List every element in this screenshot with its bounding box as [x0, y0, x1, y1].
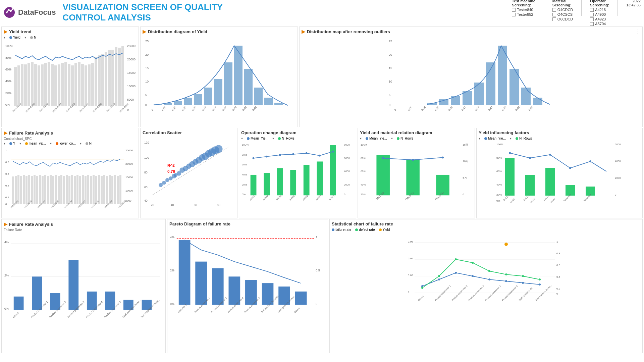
- svg-rect-270: [525, 175, 535, 196]
- svg-rect-19: [21, 64, 23, 106]
- svg-text:5000: 5000: [127, 98, 134, 101]
- svg-rect-46: [111, 50, 114, 106]
- svg-text:2000: 2000: [615, 176, 621, 179]
- yield-material-chart: Yield and material relation diagram ▾ Me…: [358, 128, 475, 218]
- svg-text:2000: 2000: [344, 183, 350, 186]
- svg-rect-137: [39, 175, 41, 204]
- a4216-checkbox[interactable]: [590, 8, 594, 12]
- svg-rect-157: [93, 175, 95, 204]
- svg-point-253: [382, 157, 384, 159]
- svg-text:0.98: 0.98: [252, 106, 258, 112]
- svg-rect-221: [264, 173, 270, 195]
- o4cdcd-checkbox[interactable]: [552, 8, 556, 12]
- svg-text:0.4: 0.4: [5, 184, 9, 187]
- tester840-checkbox[interactable]: [512, 8, 516, 12]
- tester852-checkbox[interactable]: [512, 13, 516, 16]
- svg-text:Others: Others: [12, 311, 19, 318]
- svg-text:A4900: A4900: [550, 198, 555, 204]
- spc-svg: 1 0.8 0.6 0.4 0.2 0 25000 20000 15000 10…: [4, 146, 137, 210]
- svg-rect-75: [254, 88, 263, 105]
- svg-rect-156: [90, 176, 92, 204]
- svg-point-205: [215, 145, 223, 153]
- svg-rect-34: [71, 65, 74, 106]
- svg-text:0.67: 0.67: [488, 106, 494, 112]
- svg-rect-224: [304, 165, 310, 195]
- svg-point-350: [488, 278, 490, 280]
- svg-rect-133: [28, 175, 30, 204]
- svg-text:A4216: A4216: [530, 198, 535, 204]
- failure-rate-bar-svg: 4% 2% 0% Others Product parameter 1: [4, 233, 163, 347]
- svg-text:0.88: 0.88: [241, 106, 248, 112]
- failure-rate-bar-chart: ▶ Failure Rate Analysis Failure Rate 4% …: [1, 219, 166, 353]
- a5704-checkbox[interactable]: [590, 22, 594, 26]
- svg-text:5万: 5万: [463, 176, 467, 179]
- svg-text:100%: 100%: [361, 143, 367, 146]
- svg-rect-223: [290, 170, 296, 195]
- o6cdcd-checkbox[interactable]: [552, 17, 556, 21]
- a4923-checkbox[interactable]: [590, 17, 594, 21]
- a4900-checkbox[interactable]: [590, 13, 594, 16]
- svg-text:0: 0: [145, 103, 147, 107]
- svg-point-354: [421, 287, 423, 289]
- svg-text:5: 5: [145, 93, 147, 97]
- svg-line-187: [153, 147, 229, 195]
- row-1: ▶ Yield trend ▾ Yield ▾ N 100% 80% 60: [1, 27, 643, 127]
- svg-point-229: [279, 154, 281, 156]
- svg-text:0: 0: [344, 193, 345, 196]
- operator-filter: OperatorScreening: A4216 A4900 A4923 A57…: [590, 0, 609, 26]
- svg-point-362: [504, 243, 508, 246]
- svg-text:0.2: 0.2: [556, 287, 560, 290]
- header-title: VISUALIZATION SCREEN OF QUALITY CONTROL …: [62, 2, 512, 23]
- distribution-outliers-chart: ▶ Distribution map after removing outlie…: [299, 27, 643, 127]
- svg-rect-36: [78, 62, 80, 106]
- svg-text:0.16: 0.16: [171, 106, 177, 112]
- statistical-failure-chart: Statistical chart of failure rate failur…: [329, 219, 643, 353]
- svg-text:60%: 60%: [496, 170, 502, 173]
- svg-point-360: [522, 275, 524, 277]
- svg-text:25000: 25000: [125, 149, 133, 152]
- svg-rect-153: [82, 175, 84, 204]
- svg-point-276: [549, 154, 551, 156]
- svg-rect-44: [105, 52, 107, 106]
- svg-text:A2111: A2111: [249, 195, 255, 201]
- row-2: ▶ Failure Rate Analysis Control chart_SP…: [1, 128, 643, 218]
- statistical-failure-svg: 0.06 0.04 0.02 0 1 0.8 0.6 0.4 0.2 0: [332, 232, 640, 343]
- svg-rect-31: [61, 63, 64, 106]
- svg-text:0: 0: [463, 193, 464, 196]
- svg-rect-67: [174, 101, 182, 105]
- svg-text:15000: 15000: [127, 71, 136, 74]
- svg-text:0.88: 0.88: [515, 106, 521, 112]
- svg-text:1: 1: [556, 240, 558, 243]
- svg-rect-33: [68, 64, 70, 106]
- svg-rect-146: [63, 176, 65, 204]
- svg-point-255: [442, 157, 444, 159]
- correlation-scatter-svg: 120 100 80 60 40 20 40 60 80: [143, 137, 235, 209]
- svg-text:60%: 60%: [242, 163, 247, 166]
- svg-point-233: [332, 151, 334, 153]
- svg-rect-296: [68, 260, 78, 310]
- svg-rect-225: [317, 161, 323, 195]
- svg-rect-164: [111, 176, 113, 204]
- o4cscs-checkbox[interactable]: [552, 13, 556, 16]
- svg-rect-76: [264, 98, 273, 105]
- more-options-icon[interactable]: ⋮: [635, 29, 641, 35]
- svg-text:60%: 60%: [5, 68, 11, 71]
- svg-text:0%: 0%: [496, 199, 500, 202]
- svg-point-355: [438, 275, 440, 277]
- svg-rect-136: [36, 176, 38, 204]
- svg-rect-103: [521, 88, 531, 105]
- svg-text:20%: 20%: [361, 193, 366, 196]
- yield-trend-legend: ▾ Yield ▾ N: [4, 36, 137, 39]
- svg-point-230: [292, 153, 294, 155]
- svg-rect-48: [118, 48, 121, 106]
- svg-text:0: 0: [389, 103, 390, 107]
- svg-text:80%: 80%: [242, 153, 247, 156]
- correlation-scatter-chart: Correlation Scatter 120 100 80 60 40 20 …: [140, 128, 237, 218]
- svg-text:Product parameter 3: Product parameter 3: [468, 285, 485, 302]
- svg-text:A4902: A4902: [289, 195, 295, 201]
- svg-text:Product parameter 4: Product parameter 4: [485, 285, 502, 302]
- svg-text:8000: 8000: [344, 143, 350, 146]
- logo-icon: [3, 6, 15, 18]
- svg-rect-141: [50, 175, 52, 204]
- svg-rect-154: [85, 176, 87, 204]
